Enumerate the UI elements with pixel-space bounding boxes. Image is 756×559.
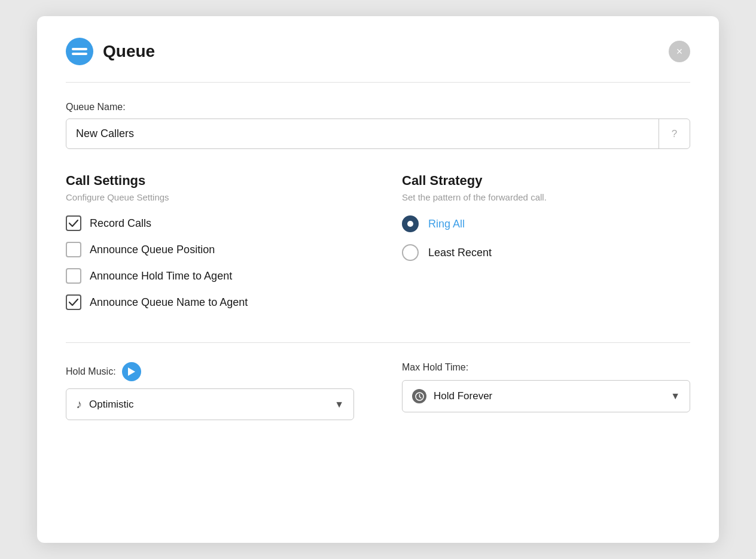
hold-music-column: Hold Music: ♪ Optimistic ▼	[66, 362, 378, 420]
record-calls-checkbox[interactable]	[66, 215, 81, 231]
call-strategy-subtitle: Set the pattern of the forwarded call.	[402, 192, 690, 202]
announce-hold-time-checkbox[interactable]	[66, 268, 81, 284]
svg-marker-2	[128, 367, 135, 376]
max-hold-time-dropdown[interactable]: Hold Forever ▼	[402, 380, 690, 412]
least-recent-row: Least Recent	[402, 244, 690, 261]
modal-title: Queue	[103, 42, 155, 61]
announce-queue-name-row: Announce Queue Name to Agent	[66, 294, 354, 310]
clock-icon	[412, 389, 426, 403]
max-hold-time-label: Max Hold Time:	[402, 362, 690, 373]
svg-rect-0	[72, 48, 87, 50]
bottom-row: Hold Music: ♪ Optimistic ▼ Max Hold Time…	[66, 362, 690, 420]
max-hold-time-value: Hold Forever	[434, 390, 492, 402]
max-hold-time-chevron-icon: ▼	[670, 391, 680, 402]
least-recent-radio[interactable]	[402, 244, 419, 261]
call-strategy-title: Call Strategy	[402, 173, 690, 189]
title-row: Queue	[66, 38, 155, 65]
chevron-down-icon: ▼	[334, 399, 344, 410]
close-button[interactable]: ×	[669, 41, 690, 62]
announce-queue-position-label: Announce Queue Position	[90, 244, 215, 256]
play-button[interactable]	[122, 362, 141, 381]
modal-header: Queue ×	[66, 38, 690, 65]
queue-name-label: Queue Name:	[66, 102, 690, 113]
max-hold-time-column: Max Hold Time: Hold Forever ▼	[378, 362, 690, 412]
record-calls-row: Record Calls	[66, 215, 354, 231]
call-settings-subtitle: Configure Queue Settings	[66, 192, 354, 202]
ring-all-row: Ring All	[402, 215, 690, 232]
hold-music-label: Hold Music:	[66, 366, 116, 377]
svg-line-5	[419, 397, 421, 398]
queue-name-input[interactable]	[66, 119, 659, 148]
svg-rect-1	[72, 53, 87, 55]
ring-all-label: Ring All	[428, 218, 465, 230]
queue-name-field-wrap: ?	[66, 119, 690, 149]
max-hold-time-dropdown-left: Hold Forever	[412, 389, 492, 403]
record-calls-label: Record Calls	[90, 217, 151, 230]
announce-queue-position-row: Announce Queue Position	[66, 242, 354, 257]
call-strategy-column: Call Strategy Set the pattern of the for…	[378, 173, 690, 321]
music-icon: ♪	[76, 397, 82, 411]
settings-strategy-row: Call Settings Configure Queue Settings R…	[66, 173, 690, 321]
hold-music-dropdown-left: ♪ Optimistic	[76, 397, 134, 411]
queue-icon	[66, 38, 93, 65]
hold-music-label-row: Hold Music:	[66, 362, 354, 381]
call-settings-title: Call Settings	[66, 173, 354, 189]
call-settings-column: Call Settings Configure Queue Settings R…	[66, 173, 378, 321]
least-recent-label: Least Recent	[428, 247, 492, 259]
middle-divider	[66, 342, 690, 343]
queue-modal: Queue × Queue Name: ? Call Settings Conf…	[37, 16, 719, 543]
queue-name-help-icon[interactable]: ?	[659, 119, 690, 148]
announce-queue-name-checkbox[interactable]	[66, 294, 81, 310]
hold-music-dropdown[interactable]: ♪ Optimistic ▼	[66, 388, 354, 420]
hold-music-value: Optimistic	[89, 399, 134, 411]
announce-hold-time-label: Announce Hold Time to Agent	[90, 270, 232, 282]
ring-all-radio[interactable]	[402, 215, 419, 232]
header-divider	[66, 82, 690, 83]
announce-queue-position-checkbox[interactable]	[66, 242, 81, 257]
announce-hold-time-row: Announce Hold Time to Agent	[66, 268, 354, 284]
announce-queue-name-label: Announce Queue Name to Agent	[90, 296, 248, 309]
